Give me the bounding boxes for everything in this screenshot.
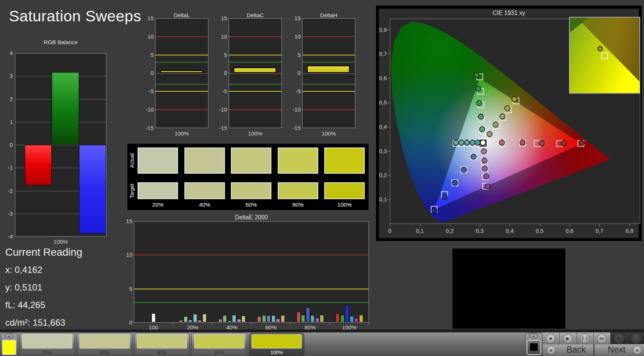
delta_h-title: DeltaH [302, 12, 355, 18]
cie-measurement-point [485, 184, 490, 189]
cie-ytick-label: 0,6 [372, 75, 387, 81]
delta_l-zero-line [156, 73, 208, 74]
saturation-level-label: 40% [77, 350, 132, 355]
saturation-level-swatch-80% [194, 334, 244, 349]
stop-button[interactable]: ■ [546, 334, 556, 343]
target-row-label-text: Target [129, 183, 135, 198]
cie-xtick [510, 224, 510, 226]
delta_c-ytick-label: 15 [212, 15, 227, 21]
deltae-bar [184, 316, 188, 322]
saturation-level-label: 20% [19, 350, 75, 355]
cie-measurement-point [476, 100, 482, 106]
deltae-red-limit-line [134, 255, 368, 255]
swatch-col-label: 40% [184, 201, 225, 208]
delta_h-ytick-label: -5 [286, 88, 301, 94]
deltae-bar [359, 315, 363, 322]
delta_h-zero-line [303, 73, 355, 74]
cie-measurement-point [484, 174, 489, 179]
transport-divider [577, 332, 577, 344]
delta_h-ytick-label: 15 [286, 15, 301, 21]
delta_h-red-limit-line [303, 36, 355, 37]
target-swatch-60% [231, 182, 271, 199]
delta_h-red-limit-line [303, 109, 355, 110]
delta_h-ytick-label: -15 [286, 125, 301, 131]
cie-measurement-point [471, 154, 476, 159]
delta_l-ytick-label: -10 [139, 106, 154, 113]
actual-row-label: Actual [129, 147, 135, 174]
deltae-ytick-label: 15 [119, 218, 132, 224]
actual-swatch-100% [324, 147, 365, 174]
cie-xtick-label: 0,5 [529, 228, 551, 234]
delta_c-ytick-label: 5 [212, 52, 227, 58]
current-reading-value-3: cd/m²: 151,663 [5, 317, 65, 328]
deltae-bar [241, 316, 246, 322]
target-swatch-100% [324, 182, 365, 199]
cie-measurement-point [480, 140, 485, 145]
cie-ytick-label: 0,3 [372, 148, 387, 154]
deltae-bar [193, 314, 197, 322]
current-reading-value-0: x: 0,4162 [5, 265, 42, 275]
back-button-label: Back [559, 345, 593, 355]
actual-swatch-20% [138, 147, 178, 174]
delta_l-ytick-label: 15 [139, 15, 154, 21]
deltae-bar [340, 315, 344, 322]
cie-measurement-point [452, 180, 457, 185]
transport-divider [593, 332, 594, 344]
delta_h-yellow-limit-line [303, 55, 355, 55]
refresh-button[interactable]: ↻ [614, 334, 624, 343]
pattern-window-black-square [530, 343, 538, 351]
cie-xtick-label: 0,2 [439, 228, 461, 234]
delta_l-green-limit-line [156, 62, 208, 63]
transport-divider [610, 332, 611, 344]
saturation-level-label: 100% [249, 350, 304, 355]
target-swatch-40% [184, 182, 225, 199]
cie-measurement-point [493, 122, 498, 127]
cie-xtick-label: 0,6 [558, 228, 581, 234]
cie-measurement-point [499, 140, 505, 145]
cie-measurement-point [474, 73, 479, 78]
cie-measurement-point [481, 149, 487, 154]
next-button-label: Next [600, 345, 634, 355]
deltae-bar [257, 316, 261, 322]
cie-ytick-label: 0,4 [372, 124, 387, 130]
cie-xtick [420, 224, 420, 226]
delta_l-ytick-label: -15 [139, 125, 154, 131]
delta_c-title: DeltaC [229, 12, 282, 18]
delta_c-ytick-label: 0 [212, 70, 227, 76]
transport-blank-button[interactable] [631, 334, 641, 343]
next-chevron-icon: » [633, 346, 642, 355]
delta_h-ytick-label: 0 [286, 70, 301, 76]
cie-xtick [629, 224, 630, 226]
segment-button[interactable]: [··] [580, 334, 590, 343]
deltae-bar [276, 319, 280, 322]
pattern-window-up-button-right[interactable]: ▲ [529, 333, 538, 338]
target-swatch-80% [278, 182, 318, 199]
play-button[interactable]: ▶ [563, 334, 573, 343]
current-reading-value-2: fL: 44,265 [5, 300, 45, 310]
deltae-bar [232, 315, 236, 322]
cie-ytick-label: 0,2 [372, 172, 387, 178]
delta_h-green-limit-line [303, 62, 355, 63]
actual-swatch-40% [184, 147, 225, 174]
deltae-ytick-label: 5 [119, 286, 132, 292]
cie-ytick-label: 0,5 [372, 99, 387, 106]
deltae-green-limit-line [134, 302, 368, 303]
current-reading-value-1: y: 0,5101 [5, 282, 42, 293]
cie-measurement-point [478, 114, 484, 119]
rgb-xtick-label: 100% [15, 238, 106, 245]
pattern-window-up-button[interactable]: ▲ [4, 333, 13, 338]
cie-inset-zoom [569, 17, 640, 94]
rgb-ytick-label: 0 [0, 142, 13, 148]
deltae-bar [354, 318, 358, 322]
current-pattern-swatch[interactable] [2, 340, 16, 355]
target-row-label: Target [129, 182, 135, 199]
deltae-bar [228, 320, 232, 322]
delta_c-green-limit-line [229, 62, 282, 63]
deltae-bar [271, 315, 276, 322]
deltae-bar [151, 313, 156, 322]
delta_l-green-limit-line [156, 84, 208, 85]
back-next-divider [593, 344, 595, 356]
delta_c-ytick-label: -15 [212, 125, 227, 131]
infinity-button[interactable]: ∞ [597, 334, 607, 343]
cie-measurement-point [561, 141, 566, 146]
